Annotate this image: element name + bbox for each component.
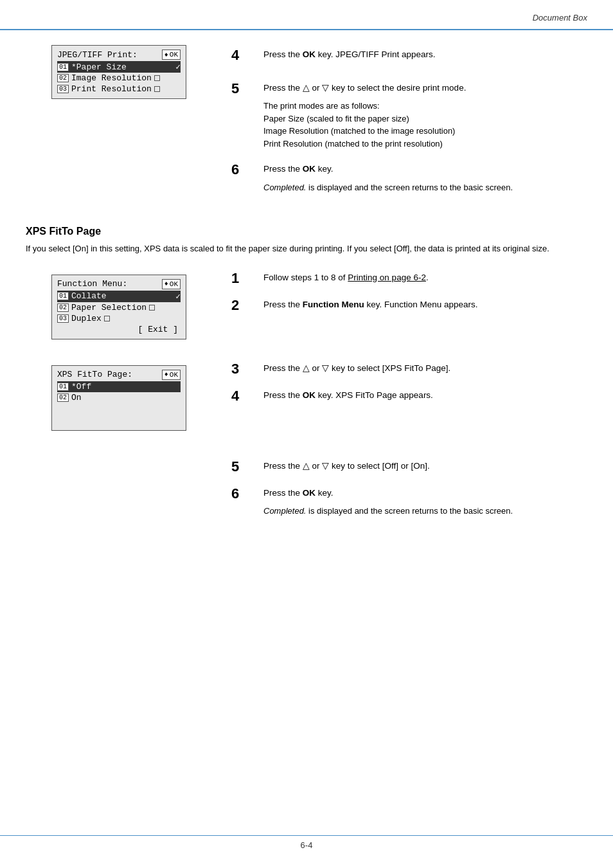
lcd-row-num-2: 02: [57, 74, 69, 82]
step-5-jpeg: 5 Press the △ or ▽ key to select the des…: [231, 82, 587, 150]
fm-check-icon-1: ✓: [175, 291, 181, 302]
page-number: 6-4: [301, 840, 313, 850]
lcd-row-text-1: *Paper Size: [71, 62, 127, 72]
step-5-xps: 5 Press the △ or ▽ key to select [Off] o…: [231, 460, 587, 474]
fm-lcd-row-3: 03 Duplex: [57, 313, 181, 324]
lcd-row-num-1: 01: [57, 63, 69, 71]
fm-exit-text: [ Exit ]: [138, 325, 178, 334]
step-num-6-xps: 6: [231, 487, 263, 501]
fm-lcd-row-text-1: Collate: [71, 291, 107, 301]
step-text-4-xps: Press the OK key. XPS FitTo Page appears…: [263, 389, 587, 402]
fm-lcd-row-2: 02 Paper Selection: [57, 302, 181, 313]
step-text-1-xps: Follow steps 1 to 8 of Printing on page …: [263, 271, 587, 284]
xps-lcd-row-empty-1: [57, 403, 181, 415]
step-6-xps-note: Completed. is displayed and the screen r…: [263, 505, 587, 518]
step-3-xps: 3 Press the △ or ▽ key to select [XPS Fi…: [231, 362, 587, 376]
step-6-jpeg: 6 Press the OK key. Completed. is displa…: [231, 163, 587, 194]
step-4-jpeg: 4 Press the OK key. JPEG/TIFF Print appe…: [231, 48, 587, 62]
step-5-note: The print modes are as follows: Paper Si…: [263, 100, 587, 150]
xps-lcd-row-1: 01 *Off: [57, 381, 181, 392]
xps-lcd-row-empty-2: [57, 415, 181, 426]
step-text-6-xps: Press the OK key. Completed. is displaye…: [263, 487, 587, 518]
xps-section-title: XPS FitTo Page: [26, 226, 587, 237]
check-icon-1: ✓: [175, 62, 181, 72]
step-4-xps: 4 Press the OK key. XPS FitTo Page appea…: [231, 389, 587, 403]
xps-lcd-row-num-1: 01: [57, 383, 69, 391]
lcd-row-1: 01 *Paper Size ✓: [57, 61, 181, 73]
fm-lcd-row-text-2: Paper Selection: [71, 303, 147, 312]
step-text-2-xps: Press the Function Menu key. Function Me…: [263, 298, 587, 311]
step-text-6: Press the OK key. Completed. is displaye…: [263, 163, 587, 194]
ok-icon-1: ♦OK: [162, 50, 181, 60]
printing-link[interactable]: Printing on page 6-2: [348, 273, 426, 282]
step-num-5: 5: [231, 82, 263, 96]
square-icon-2: [154, 75, 160, 81]
fm-lcd-row-text-3: Duplex: [71, 314, 102, 323]
xps-lcd-row-text-2: On: [71, 393, 82, 402]
xps-fittopage-lcd: XPS FitTo Page: ♦OK 01 *Off 02 On: [51, 365, 186, 431]
fm-square-icon-3: [104, 316, 110, 321]
fm-exit-row: [ Exit ]: [57, 324, 181, 335]
step-num-2-xps: 2: [231, 298, 263, 312]
bottom-rule: [0, 835, 613, 836]
fm-lcd-row-num-1: 01: [57, 292, 69, 300]
step-text-5: Press the △ or ▽ key to select the desir…: [263, 82, 587, 150]
step-num-3-xps: 3: [231, 362, 263, 376]
step-2-xps: 2 Press the Function Menu key. Function …: [231, 298, 587, 312]
step-num-5-xps: 5: [231, 460, 263, 474]
xps-lcd-row-num-2: 02: [57, 393, 69, 402]
lcd-row-num-3: 03: [57, 85, 69, 93]
xps-fittopage-title: XPS FitTo Page:: [57, 370, 132, 379]
ok-icon-xps: ♦OK: [162, 370, 181, 380]
fm-lcd-row-1: 01 Collate ✓: [57, 291, 181, 302]
function-menu-title: Function Menu:: [57, 279, 127, 289]
step-text-5-xps: Press the △ or ▽ key to select [Off] or …: [263, 460, 587, 473]
step-text-4: Press the OK key. JPEG/TIFF Print appear…: [263, 48, 587, 61]
document-box-header: Document Box: [533, 13, 587, 23]
step-text-3-xps: Press the △ or ▽ key to select [XPS FitT…: [263, 362, 587, 375]
step-num-1-xps: 1: [231, 271, 263, 285]
fm-lcd-row-num-3: 03: [57, 314, 69, 323]
step-num-4: 4: [231, 48, 263, 62]
step-num-6: 6: [231, 163, 263, 177]
square-icon-3: [154, 86, 160, 92]
xps-section: XPS FitTo Page If you select [On] in thi…: [26, 226, 587, 530]
xps-lcd-row-2: 02 On: [57, 392, 181, 403]
step-6-xps: 6 Press the OK key. Completed. is displa…: [231, 487, 587, 518]
lcd-row-text-2: Image Resolution: [71, 73, 152, 83]
lcd-row-text-3: Print Resolution: [71, 84, 152, 94]
lcd-row-3: 03 Print Resolution: [57, 84, 181, 95]
step-1-xps: 1 Follow steps 1 to 8 of Printing on pag…: [231, 271, 587, 285]
jpeg-tiff-lcd-title: JPEG/TIFF Print:: [57, 50, 138, 60]
fm-lcd-row-num-2: 02: [57, 303, 69, 312]
function-menu-lcd: Function Menu: ♦OK 01 Collate ✓ 02: [51, 275, 186, 339]
fm-square-icon-2: [149, 305, 155, 311]
step-num-4-xps: 4: [231, 389, 263, 403]
xps-lcd-row-text-1: *Off: [71, 382, 91, 392]
step-6-note: Completed. is displayed and the screen r…: [263, 181, 587, 194]
lcd-row-2: 02 Image Resolution: [57, 73, 181, 84]
xps-intro: If you select [On] in this setting, XPS …: [26, 242, 587, 255]
jpeg-tiff-lcd: JPEG/TIFF Print: ♦OK 01 *Paper Size ✓ 02…: [51, 45, 186, 99]
ok-icon-fm: ♦OK: [162, 279, 181, 289]
